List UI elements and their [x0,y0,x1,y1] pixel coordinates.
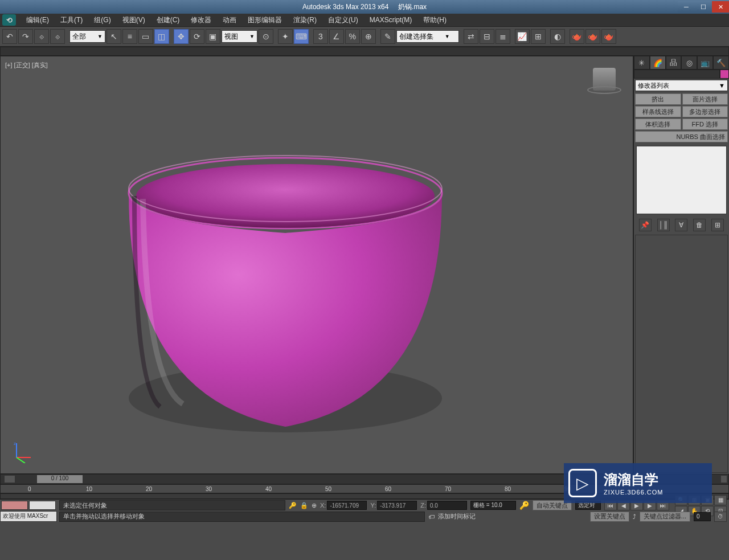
unlink-button[interactable]: ⟐ [50,29,65,44]
spinner-snap-button[interactable]: ⊕ [361,29,376,44]
create-tab[interactable]: ✳ [634,56,650,70]
time-tag-icon[interactable]: 🏷 [428,513,435,520]
key-filters-button[interactable]: 关键点过滤器... [640,512,690,522]
prompt-hint: 单击并拖动以选择并移动对象 [59,512,425,522]
menu-graph[interactable]: 图形编辑器 [242,15,288,25]
menu-help[interactable]: 帮助(H) [417,15,452,25]
time-scroll-right[interactable] [720,475,727,483]
layers-button[interactable]: ≣ [495,29,510,44]
angle-snap-button[interactable]: ∠ [329,29,344,44]
current-frame-input[interactable]: 0 [694,512,711,521]
percent-snap-button[interactable]: % [345,29,360,44]
app-icon[interactable]: ⟲ [2,14,16,26]
x-coord-input[interactable]: -16571.709 [327,501,367,510]
select-name-button[interactable]: ≡ [122,29,137,44]
z-coord-input[interactable]: 0.0 [427,501,467,510]
watermark-url: ZIXUE.3D66.COM [604,489,663,496]
redo-button[interactable]: ↷ [18,29,33,44]
close-button[interactable]: ✕ [712,1,729,13]
minimize-button[interactable]: ─ [678,1,695,13]
mirror-button[interactable]: ⇄ [464,29,478,44]
poly-select-button[interactable]: 多边形选择 [682,106,728,117]
viewport[interactable]: [+] [正交] [真实] [0,56,633,474]
curve-editor-button[interactable]: 📈 [515,29,530,44]
pivot-button[interactable]: ⊙ [259,29,273,44]
isolate-icon[interactable]: 🔒 [300,502,308,509]
zoom-extents-all-button[interactable]: ▦ [714,495,727,505]
extrude-modifier-button[interactable]: 挤出 [635,93,681,105]
render-button[interactable]: 🫖 [601,29,616,44]
coord-icon[interactable]: ⊕ [312,502,317,509]
unique-button[interactable]: ∀ [675,219,687,231]
move-button[interactable]: ✥ [174,29,189,44]
viewcube[interactable] [587,68,621,102]
menu-animation[interactable]: 动画 [217,15,242,25]
modifier-list-dropdown[interactable]: 修改器列表▼ [635,80,728,91]
viewcube-ring[interactable] [587,86,621,94]
render-setup-button[interactable]: 🫖 [570,29,584,44]
y-coord-input[interactable]: -3173.917 [377,501,417,510]
app-name: Autodesk 3ds Max 2013 x64 [302,3,388,11]
select-window-button[interactable]: ◫ [154,29,169,44]
named-selection-dropdown[interactable]: 创建选择集▼ [396,30,459,43]
window-titlebar: Autodesk 3ds Max 2013 x64 奶锅.max ─ ☐ ✕ [0,0,729,14]
menu-maxscript[interactable]: MAXScript(M) [364,16,418,24]
time-tag-label[interactable]: 添加时间标记 [438,512,476,521]
lock-icon[interactable]: 🔑 [289,502,297,509]
ref-coord-dropdown[interactable]: 视图▼ [222,30,257,43]
link-button[interactable]: ⟐ [34,29,49,44]
menu-views[interactable]: 视图(V) [117,15,151,25]
modifier-stack[interactable] [636,146,727,214]
align-button[interactable]: ⊟ [480,29,494,44]
key-icon[interactable]: 🔑 [519,501,529,510]
listener-output[interactable] [1,501,28,510]
modify-tab[interactable]: 🌈 [650,56,666,70]
pin-stack-button[interactable]: 📌 [639,219,652,231]
show-end-button[interactable]: │║ [657,219,670,231]
material-editor-button[interactable]: ◐ [550,29,565,44]
edit-named-button[interactable]: ✎ [380,29,395,44]
remove-modifier-button[interactable]: 🗑 [693,219,706,231]
time-config-button[interactable]: ⏱ [714,512,727,522]
maxscript-listener[interactable]: 欢迎使用 MAXScr [0,511,57,522]
schematic-button[interactable]: ⊞ [531,29,546,44]
key-mode-icon[interactable]: ⤴ [633,513,636,520]
render-frame-button[interactable]: 🫖 [585,29,600,44]
listener-input[interactable] [29,501,56,510]
menu-group[interactable]: 组(G) [88,15,116,25]
undo-button[interactable]: ↶ [2,29,17,44]
maximize-button[interactable]: ☐ [695,1,712,13]
rotate-button[interactable]: ⟳ [190,29,204,44]
utilities-tab[interactable]: 🔨 [713,56,729,70]
menu-customize[interactable]: 自定义(U) [322,15,364,25]
selection-filter-dropdown[interactable]: 全部▼ [69,30,105,43]
nurbs-select-button[interactable]: NURBS 曲面选择 [635,131,728,142]
menu-edit[interactable]: 编辑(E) [21,15,55,25]
spline-select-button[interactable]: 样条线选择 [635,106,681,117]
menu-modifiers[interactable]: 修改器 [185,15,217,25]
manipulate-button[interactable]: ✦ [278,29,293,44]
configure-sets-button[interactable]: ⊞ [711,219,724,231]
motion-tab[interactable]: ◎ [681,56,697,70]
viewport-label[interactable]: [+] [正交] [真实] [5,61,48,70]
menu-tools[interactable]: 工具(T) [55,15,88,25]
volume-select-button[interactable]: 体积选择 [635,118,681,130]
face-select-button[interactable]: 面片选择 [682,93,728,105]
menu-create[interactable]: 创建(C) [151,15,186,25]
display-tab[interactable]: 📺 [697,56,713,70]
select-object-button[interactable]: ↖ [107,29,121,44]
time-config-button[interactable] [4,475,15,483]
time-slider-handle[interactable]: 0 / 100 [37,475,83,483]
tick: 70 [445,486,451,492]
menu-rendering[interactable]: 渲染(R) [288,15,322,25]
scale-button[interactable]: ▣ [206,29,220,44]
object-name-field[interactable] [634,70,720,79]
hierarchy-tab[interactable]: 品 [666,56,682,70]
svg-text:z: z [14,441,16,446]
ffd-select-button[interactable]: FFD 选择 [682,118,728,130]
keyboard-shortcut-button[interactable]: ⌨ [294,29,309,44]
snap-3-button[interactable]: 3 [313,29,328,44]
setkey-button[interactable]: 设置关键点 [590,512,629,522]
select-rect-button[interactable]: ▭ [138,29,153,44]
object-color-swatch[interactable] [720,70,729,79]
